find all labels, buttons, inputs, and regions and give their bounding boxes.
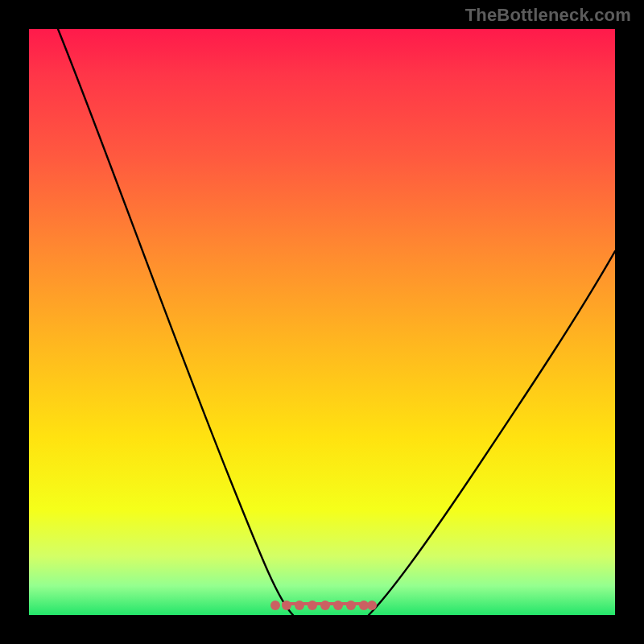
right-curve (369, 251, 615, 615)
plateau-dot (367, 601, 377, 610)
plateau-dot (270, 601, 280, 610)
plateau-dot (308, 601, 317, 610)
plateau-dot (282, 601, 291, 610)
watermark-text: TheBottleneck.com (465, 5, 631, 26)
low-plateau-markers (270, 599, 377, 610)
plot-area (29, 29, 615, 615)
plateau-dot (295, 601, 304, 610)
plateau-dot (333, 601, 343, 610)
curve-layer (29, 29, 615, 615)
plateau-dot (320, 601, 330, 610)
chart-frame: TheBottleneck.com (0, 0, 644, 644)
left-curve (58, 29, 293, 615)
plateau-dot (346, 601, 356, 610)
